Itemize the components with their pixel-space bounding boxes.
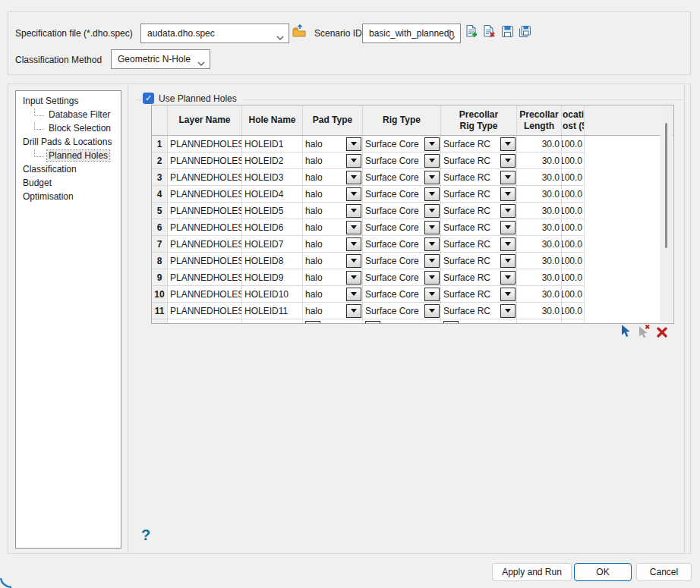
dropdown-button[interactable] xyxy=(346,171,361,184)
use-planned-holes-checkbox[interactable]: ✓ Use Planned Holes xyxy=(142,93,242,104)
row-number-cell[interactable]: 1 xyxy=(152,136,168,153)
rig-type-cell[interactable] xyxy=(363,319,441,323)
hole-name-cell[interactable]: HOLEID6 xyxy=(242,219,303,236)
dropdown-button[interactable] xyxy=(500,237,516,251)
rig-type-cell[interactable]: Surface Core xyxy=(363,153,441,169)
hole-name-cell[interactable]: HOLEID7 xyxy=(242,236,303,253)
dropdown-button[interactable] xyxy=(500,137,516,151)
dropdown-button[interactable] xyxy=(424,171,440,184)
dropdown-button[interactable] xyxy=(424,154,440,168)
sidebar-item-optimisation[interactable]: Optimisation xyxy=(16,190,121,203)
dropdown-button[interactable] xyxy=(500,288,516,301)
location-cost-cell[interactable]: 100.0 xyxy=(562,153,585,169)
precollar-rig-type-cell[interactable]: Surface RC xyxy=(441,236,517,253)
dropdown-button[interactable] xyxy=(346,254,361,268)
sidebar-item-database-filter[interactable]: Database Filter xyxy=(16,108,121,121)
precollar-length-cell[interactable] xyxy=(517,319,562,323)
dropdown-button[interactable] xyxy=(500,154,516,168)
precollar-rig-type-cell[interactable]: Surface RC xyxy=(441,136,517,153)
layer-name-cell[interactable]: PLANNEDHOLES xyxy=(168,153,242,169)
dropdown-button[interactable] xyxy=(305,321,320,324)
location-cost-cell[interactable]: 100.0 xyxy=(562,169,585,186)
cancel-button[interactable]: Cancel xyxy=(636,563,692,581)
hole-name-cell[interactable]: HOLEID9 xyxy=(242,269,303,286)
rig-type-cell[interactable]: Surface Core xyxy=(363,219,441,236)
precollar-length-cell[interactable]: 30.0 xyxy=(517,236,562,253)
precollar-length-cell[interactable]: 30.0 xyxy=(517,153,562,169)
dropdown-button[interactable] xyxy=(500,304,516,318)
precollar-length-cell[interactable]: 30.0 xyxy=(517,269,562,286)
save-scenario-as-button[interactable] xyxy=(517,25,532,40)
layer-name-cell[interactable]: PLANNEDHOLES xyxy=(168,269,242,286)
sidebar-item-input-settings[interactable]: Input Settings xyxy=(16,94,121,108)
help-button[interactable]: ? xyxy=(141,527,156,544)
hole-name-cell[interactable]: HOLEID1 xyxy=(242,136,303,153)
layer-name-cell[interactable]: PLANNEDHOLES xyxy=(168,203,242,219)
precollar-length-cell[interactable]: 30.0 xyxy=(517,303,562,319)
precollar-length-cell[interactable]: 30.0 xyxy=(517,286,562,303)
location-cost-cell[interactable]: 100.0 xyxy=(562,286,585,303)
scrollbar-thumb[interactable] xyxy=(665,123,667,248)
location-cost-cell[interactable]: 100.0 xyxy=(562,269,585,286)
row-number-cell[interactable]: 7 xyxy=(152,236,168,253)
row-number-cell[interactable]: 5 xyxy=(152,203,168,219)
dropdown-button[interactable] xyxy=(346,137,361,151)
pad-type-cell[interactable]: halo xyxy=(303,186,363,203)
location-cost-cell[interactable]: 100.0 xyxy=(562,203,585,219)
hole-name-cell[interactable]: HOLEID4 xyxy=(242,186,303,203)
precollar-rig-type-cell[interactable] xyxy=(441,319,517,323)
select-rows-button[interactable] xyxy=(618,325,633,340)
delete-scenario-button[interactable] xyxy=(481,25,497,40)
hole-name-cell[interactable]: HOLEID2 xyxy=(242,153,303,169)
row-number-cell[interactable]: 10 xyxy=(152,286,168,303)
row-number-cell[interactable]: 8 xyxy=(152,253,168,269)
precollar-rig-type-cell[interactable]: Surface RC xyxy=(441,253,517,269)
hole-name-cell[interactable]: HOLEID8 xyxy=(242,253,303,269)
sidebar-item-planned-holes[interactable]: Planned Holes xyxy=(16,149,121,162)
dropdown-button[interactable] xyxy=(346,204,361,218)
location-cost-cell[interactable] xyxy=(562,319,585,323)
dropdown-button[interactable] xyxy=(424,187,440,201)
layer-name-cell[interactable]: PLANNEDHOLES xyxy=(168,303,242,319)
dropdown-button[interactable] xyxy=(424,254,440,268)
precollar-length-cell[interactable]: 30.0 xyxy=(517,136,562,153)
sidebar-item-classification[interactable]: Classification xyxy=(16,162,121,176)
dropdown-button[interactable] xyxy=(346,237,361,251)
pad-type-cell[interactable] xyxy=(303,319,363,323)
layer-name-cell[interactable]: PLANNEDHOLES xyxy=(168,253,242,269)
open-spec-file-button[interactable] xyxy=(292,25,307,40)
dropdown-button[interactable] xyxy=(500,254,516,268)
dropdown-button[interactable] xyxy=(346,187,361,201)
precollar-length-cell[interactable]: 30.0 xyxy=(517,169,562,186)
precollar-rig-type-cell[interactable]: Surface RC xyxy=(441,186,517,203)
dropdown-button[interactable] xyxy=(424,221,440,234)
precollar-rig-type-cell[interactable]: Surface RC xyxy=(441,169,517,186)
pad-type-cell[interactable]: halo xyxy=(303,253,363,269)
sidebar-item-block-selection[interactable]: Block Selection xyxy=(16,121,121,135)
spec-file-combobox[interactable]: audata.dho.spec xyxy=(140,24,289,43)
row-number-cell[interactable] xyxy=(152,319,168,323)
rig-type-cell[interactable]: Surface Core xyxy=(363,203,441,219)
hole-name-cell[interactable] xyxy=(242,319,303,323)
rig-type-cell[interactable]: Surface Core xyxy=(363,303,441,319)
row-number-cell[interactable]: 4 xyxy=(152,186,168,203)
precollar-rig-type-cell[interactable]: Surface RC xyxy=(441,286,517,303)
precollar-length-cell[interactable]: 30.0 xyxy=(517,253,562,269)
layer-name-cell[interactable]: PLANNEDHOLES xyxy=(168,286,242,303)
dropdown-button[interactable] xyxy=(346,271,361,285)
pad-type-cell[interactable]: halo xyxy=(303,136,363,153)
apply-and-run-button[interactable]: Apply and Run xyxy=(492,563,572,581)
dropdown-button[interactable] xyxy=(443,321,459,324)
dropdown-button[interactable] xyxy=(424,137,440,151)
hole-name-cell[interactable]: HOLEID10 xyxy=(242,286,303,303)
rig-type-cell[interactable]: Surface Core xyxy=(363,286,441,303)
layer-name-cell[interactable] xyxy=(168,319,242,323)
dropdown-button[interactable] xyxy=(424,288,440,301)
pad-type-cell[interactable]: halo xyxy=(303,286,363,303)
precollar-length-cell[interactable]: 30.0 xyxy=(517,203,562,219)
location-cost-cell[interactable]: 100.0 xyxy=(562,186,585,203)
row-number-cell[interactable]: 2 xyxy=(152,153,168,169)
layer-name-cell[interactable]: PLANNEDHOLES xyxy=(168,136,242,153)
hole-name-cell[interactable]: HOLEID11 xyxy=(242,303,303,319)
dropdown-button[interactable] xyxy=(424,204,440,218)
